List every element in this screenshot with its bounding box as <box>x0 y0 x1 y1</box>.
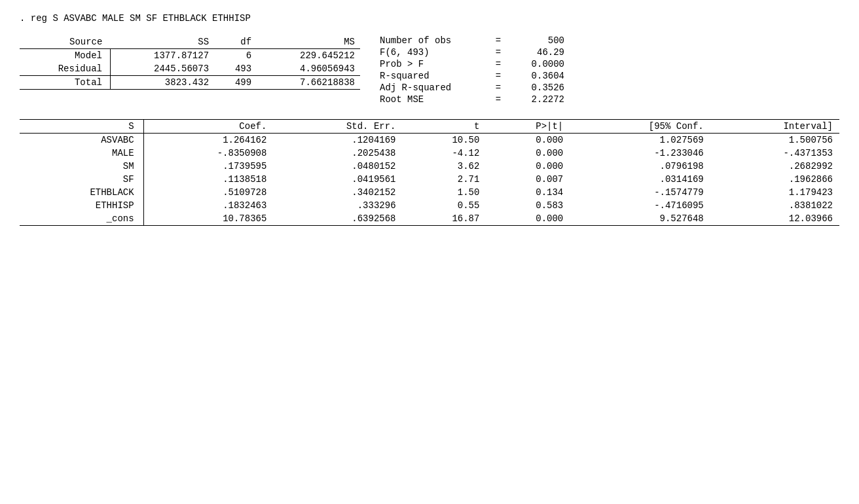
anova-ss: 1377.87127 <box>110 49 214 63</box>
reg-cell: .2682992 <box>710 160 839 173</box>
fit-stat-val: 0.0000 <box>512 59 564 69</box>
anova-ss: 2445.56073 <box>110 62 214 76</box>
reg-row: ETHBLACK.5109728.34021521.500.134-.15747… <box>20 186 839 199</box>
reg-col-header: S <box>20 120 143 134</box>
reg-cell: .1832463 <box>143 199 273 212</box>
reg-cell: .8381022 <box>710 199 839 212</box>
reg-cell: -.4371353 <box>710 147 839 160</box>
fit-stat-label: R-squared <box>380 71 484 81</box>
regression-table: SCoef.Std. Err.tP>|t|[95% Conf.Interval]… <box>20 119 839 226</box>
reg-cell: 16.87 <box>403 212 486 226</box>
reg-cell: 9.527648 <box>570 212 710 226</box>
reg-cell: .1739595 <box>143 160 273 173</box>
anova-col-source: Source <box>20 35 110 49</box>
reg-cell: -.4716095 <box>570 199 710 212</box>
fit-stat-label: Adj R-squared <box>380 82 484 93</box>
fit-stat-eq: = <box>484 71 512 81</box>
reg-cell: .0796198 <box>570 160 710 173</box>
reg-cell: 0.55 <box>403 199 486 212</box>
reg-col-header: P>|t| <box>486 120 570 134</box>
reg-cell: 0.000 <box>486 160 570 173</box>
reg-col-header: Interval] <box>710 120 839 134</box>
fit-stats-panel: Number of obs = 500F(6, 493) = 46.29Prob… <box>360 35 839 106</box>
anova-row-total: Total3823.4324997.66218838 <box>20 76 360 90</box>
reg-cell: 1.500756 <box>710 134 839 147</box>
reg-var-name: ETHBLACK <box>20 186 143 199</box>
reg-var-name: ASVABC <box>20 134 143 147</box>
reg-cell: .1138518 <box>143 173 273 186</box>
reg-cell: 0.134 <box>486 186 570 199</box>
fit-stat-label: Number of obs <box>380 35 484 46</box>
reg-cell: 1.50 <box>403 186 486 199</box>
reg-cell: .5109728 <box>143 186 273 199</box>
reg-cell: .3402152 <box>273 186 402 199</box>
anova-label: Total <box>20 76 110 90</box>
reg-cell: 1.264162 <box>143 134 273 147</box>
anova-bottom-border <box>20 90 360 90</box>
anova-label: Residual <box>20 62 110 76</box>
reg-var-name: _cons <box>20 212 143 226</box>
reg-cell: 10.50 <box>403 134 486 147</box>
reg-row: SM.1739595.04801523.620.000.0796198.2682… <box>20 160 839 173</box>
reg-cell: -4.12 <box>403 147 486 160</box>
anova-left-panel: Source SS df MS Model1377.871276229.6452… <box>20 35 360 106</box>
reg-cell: 1.179423 <box>710 186 839 199</box>
reg-var-name: SF <box>20 173 143 186</box>
anova-ms: 4.96056943 <box>257 62 360 76</box>
anova-ms: 7.66218838 <box>257 76 360 90</box>
reg-cell: -1.233046 <box>570 147 710 160</box>
reg-cell: .1962866 <box>710 173 839 186</box>
anova-row-residual: Residual2445.560734934.96056943 <box>20 62 360 76</box>
reg-var-name: SM <box>20 160 143 173</box>
reg-cell: .0314169 <box>570 173 710 186</box>
fit-stat-row: Root MSE = 2.2272 <box>380 94 839 105</box>
anova-label: Model <box>20 49 110 63</box>
anova-col-ss: SS <box>110 35 214 49</box>
fit-stat-val: 46.29 <box>512 47 564 58</box>
reg-var-name: MALE <box>20 147 143 160</box>
reg-cell: -.8350908 <box>143 147 273 160</box>
reg-cell: 0.583 <box>486 199 570 212</box>
fit-stat-val: 500 <box>512 35 564 46</box>
reg-cell: 0.000 <box>486 212 570 226</box>
anova-df: 499 <box>214 76 257 90</box>
anova-col-ms: MS <box>257 35 360 49</box>
regression-section: SCoef.Std. Err.tP>|t|[95% Conf.Interval]… <box>20 119 839 226</box>
reg-cell: .333296 <box>273 199 402 212</box>
reg-col-header: Coef. <box>143 120 273 134</box>
anova-table: Source SS df MS Model1377.871276229.6452… <box>20 35 360 90</box>
fit-stat-eq: = <box>484 59 512 69</box>
anova-df: 493 <box>214 62 257 76</box>
fit-stat-eq: = <box>484 47 512 58</box>
reg-col-header: Std. Err. <box>273 120 402 134</box>
fit-stat-row: Adj R-squared = 0.3526 <box>380 82 839 93</box>
anova-section: Source SS df MS Model1377.871276229.6452… <box>20 35 839 106</box>
stata-command: . reg S ASVABC MALE SM SF ETHBLACK ETHHI… <box>20 13 839 24</box>
reg-cell: .2025438 <box>273 147 402 160</box>
reg-cell: 0.000 <box>486 134 570 147</box>
reg-row: _cons10.78365.639256816.870.0009.5276481… <box>20 212 839 226</box>
reg-cell: 0.000 <box>486 147 570 160</box>
reg-cell: 2.71 <box>403 173 486 186</box>
reg-col-header: t <box>403 120 486 134</box>
fit-stat-row: Number of obs = 500 <box>380 35 839 46</box>
reg-cell: 1.027569 <box>570 134 710 147</box>
fit-stat-eq: = <box>484 94 512 105</box>
reg-row: SF.1138518.04195612.710.007.0314169.1962… <box>20 173 839 186</box>
fit-stat-row: Prob > F = 0.0000 <box>380 59 839 69</box>
anova-ms: 229.645212 <box>257 49 360 63</box>
fit-stat-label: Root MSE <box>380 94 484 105</box>
fit-stat-eq: = <box>484 35 512 46</box>
fit-stat-val: 0.3604 <box>512 71 564 81</box>
reg-row: ASVABC1.264162.120416910.500.0001.027569… <box>20 134 839 147</box>
reg-cell: 10.78365 <box>143 212 273 226</box>
fit-stat-label: F(6, 493) <box>380 47 484 58</box>
anova-row-model: Model1377.871276229.645212 <box>20 49 360 63</box>
anova-header-row: Source SS df MS <box>20 35 360 49</box>
reg-var-name: ETHHISP <box>20 199 143 212</box>
reg-row: ETHHISP.1832463.3332960.550.583-.4716095… <box>20 199 839 212</box>
reg-col-header: [95% Conf. <box>570 120 710 134</box>
reg-cell: .0480152 <box>273 160 402 173</box>
anova-col-df: df <box>214 35 257 49</box>
fit-stat-row: R-squared = 0.3604 <box>380 71 839 81</box>
